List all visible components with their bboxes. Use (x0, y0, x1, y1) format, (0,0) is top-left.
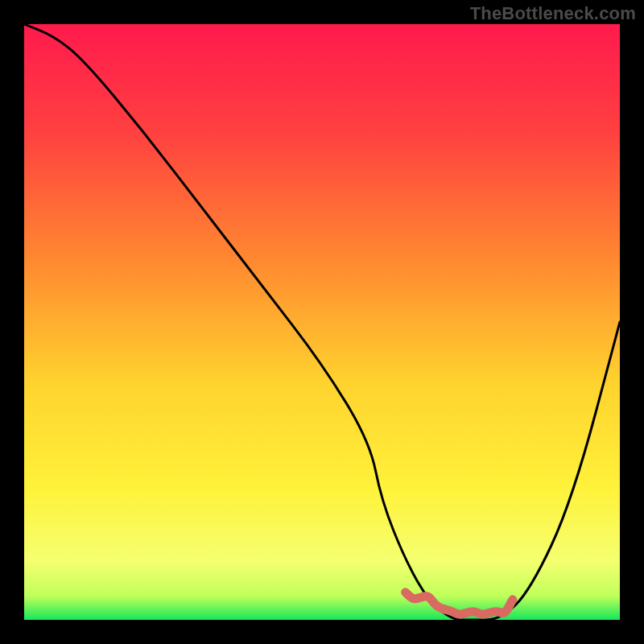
chart-svg (24, 24, 620, 620)
plot-area (24, 24, 620, 620)
watermark-text: TheBottleneck.com (470, 3, 636, 24)
chart-frame: TheBottleneck.com (0, 0, 644, 644)
gradient-background (24, 24, 620, 620)
